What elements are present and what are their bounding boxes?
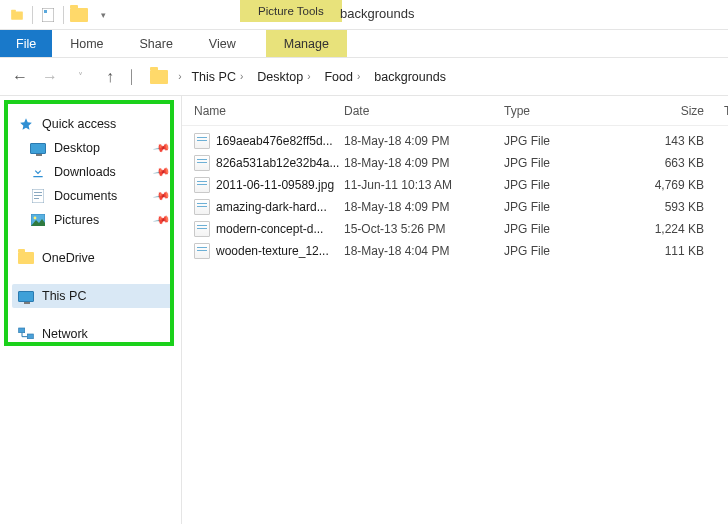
- file-name: 169aeab476e82ff5d...: [216, 134, 333, 148]
- file-name: modern-concept-d...: [216, 222, 323, 236]
- breadcrumb-food[interactable]: Food ›: [320, 68, 364, 86]
- svg-rect-1: [11, 9, 16, 11]
- new-folder-icon[interactable]: [68, 4, 90, 26]
- svg-rect-6: [34, 195, 42, 196]
- chevron-right-icon[interactable]: ›: [178, 71, 181, 82]
- qat-dropdown-icon[interactable]: ▾: [92, 4, 114, 26]
- app-icon: [6, 4, 28, 26]
- file-size: 1,224 KB: [634, 222, 724, 236]
- file-row[interactable]: modern-concept-d...15-Oct-13 5:26 PMJPG …: [182, 218, 728, 240]
- sidebar-item-documents[interactable]: Documents 📌: [12, 184, 173, 208]
- divider: [32, 6, 33, 24]
- chevron-right-icon[interactable]: ›: [307, 71, 310, 82]
- sidebar-item-label: Desktop: [54, 141, 100, 155]
- main-pane: Quick access Desktop 📌 Downloads 📌: [0, 96, 728, 524]
- file-date: 15-Oct-13 5:26 PM: [344, 222, 504, 236]
- file-size: 593 KB: [634, 200, 724, 214]
- pin-icon: 📌: [153, 163, 172, 182]
- chevron-right-icon[interactable]: ›: [357, 71, 360, 82]
- recent-dropdown[interactable]: ˅: [68, 65, 92, 89]
- file-row[interactable]: wooden-texture_12...18-May-18 4:04 PMJPG…: [182, 240, 728, 262]
- ribbon-tabs: File Home Share View Manage: [0, 30, 728, 58]
- file-row[interactable]: 826a531ab12e32b4a...18-May-18 4:09 PMJPG…: [182, 152, 728, 174]
- file-type: JPG File: [504, 178, 634, 192]
- properties-icon[interactable]: [37, 4, 59, 26]
- breadcrumb-label: backgrounds: [374, 70, 446, 84]
- svg-rect-2: [42, 8, 54, 22]
- file-row[interactable]: 169aeab476e82ff5d...18-May-18 4:09 PMJPG…: [182, 130, 728, 152]
- tab-share[interactable]: Share: [122, 30, 191, 57]
- divider: [63, 6, 64, 24]
- file-type: JPG File: [504, 156, 634, 170]
- navigation-bar: ← → ˅ ↑ │ › This PC › Desktop › Food › b…: [0, 58, 728, 96]
- file-type: JPG File: [504, 134, 634, 148]
- sidebar-item-downloads[interactable]: Downloads 📌: [12, 160, 173, 184]
- jpg-file-icon: [194, 243, 210, 259]
- star-icon: [18, 116, 34, 132]
- column-name[interactable]: Name: [194, 104, 344, 118]
- file-size: 143 KB: [634, 134, 724, 148]
- tab-home[interactable]: Home: [52, 30, 121, 57]
- svg-rect-3: [44, 10, 47, 13]
- sidebar-item-quick-access[interactable]: Quick access: [12, 112, 173, 136]
- pin-icon: 📌: [153, 187, 172, 206]
- sidebar-item-label: Pictures: [54, 213, 99, 227]
- tab-manage[interactable]: Manage: [266, 30, 347, 57]
- monitor-icon: [18, 288, 34, 304]
- column-extra[interactable]: T: [724, 104, 728, 118]
- tab-view[interactable]: View: [191, 30, 254, 57]
- file-list: Name Date Type Size T 169aeab476e82ff5d.…: [182, 96, 728, 524]
- breadcrumb-label: This PC: [191, 70, 235, 84]
- svg-rect-0: [11, 11, 23, 19]
- download-icon: [30, 164, 46, 180]
- sidebar-item-pictures[interactable]: Pictures 📌: [12, 208, 173, 232]
- sidebar-item-network[interactable]: Network: [12, 322, 173, 346]
- folder-icon: [150, 70, 168, 84]
- breadcrumb-label: Desktop: [257, 70, 303, 84]
- sidebar-item-label: Network: [42, 327, 88, 341]
- titlebar: ▾ Picture Tools backgrounds: [0, 0, 728, 30]
- file-date: 18-May-18 4:09 PM: [344, 200, 504, 214]
- forward-button[interactable]: →: [38, 65, 62, 89]
- svg-rect-7: [34, 198, 39, 199]
- picture-icon: [30, 212, 46, 228]
- file-rows: 169aeab476e82ff5d...18-May-18 4:09 PMJPG…: [182, 126, 728, 262]
- svg-rect-5: [34, 192, 42, 193]
- column-type[interactable]: Type: [504, 104, 634, 118]
- file-row[interactable]: 2011-06-11-09589.jpg11-Jun-11 10:13 AMJP…: [182, 174, 728, 196]
- up-button[interactable]: ↑: [98, 65, 122, 89]
- column-date[interactable]: Date: [344, 104, 504, 118]
- tab-file[interactable]: File: [0, 30, 52, 57]
- file-date: 18-May-18 4:09 PM: [344, 156, 504, 170]
- file-date: 18-May-18 4:09 PM: [344, 134, 504, 148]
- breadcrumb-desktop[interactable]: Desktop ›: [253, 68, 314, 86]
- back-button[interactable]: ←: [8, 65, 32, 89]
- sidebar-item-label: Documents: [54, 189, 117, 203]
- file-name: 826a531ab12e32b4a...: [216, 156, 339, 170]
- file-size: 663 KB: [634, 156, 724, 170]
- file-name: 2011-06-11-09589.jpg: [216, 178, 334, 192]
- breadcrumb-this-pc[interactable]: This PC ›: [187, 68, 247, 86]
- pin-icon: 📌: [153, 139, 172, 158]
- breadcrumb-backgrounds[interactable]: backgrounds: [370, 68, 450, 86]
- sidebar-item-label: This PC: [42, 289, 86, 303]
- navigation-tree: Quick access Desktop 📌 Downloads 📌: [0, 96, 182, 524]
- svg-rect-11: [27, 334, 33, 339]
- network-icon: [18, 326, 34, 342]
- file-name: wooden-texture_12...: [216, 244, 329, 258]
- sidebar-item-this-pc[interactable]: This PC: [12, 284, 173, 308]
- sidebar-item-onedrive[interactable]: OneDrive: [12, 246, 173, 270]
- breadcrumb-label: Food: [324, 70, 353, 84]
- document-icon: [30, 188, 46, 204]
- sidebar-item-desktop[interactable]: Desktop 📌: [12, 136, 173, 160]
- file-name: amazing-dark-hard...: [216, 200, 327, 214]
- svg-rect-10: [19, 328, 25, 333]
- contextual-tab-picture-tools[interactable]: Picture Tools: [240, 0, 342, 22]
- file-row[interactable]: amazing-dark-hard...18-May-18 4:09 PMJPG…: [182, 196, 728, 218]
- column-size[interactable]: Size: [634, 104, 724, 118]
- file-size: 111 KB: [634, 244, 724, 258]
- address-bar-divider: │: [128, 69, 136, 84]
- file-size: 4,769 KB: [634, 178, 724, 192]
- chevron-right-icon[interactable]: ›: [240, 71, 243, 82]
- window-title: backgrounds: [340, 6, 414, 21]
